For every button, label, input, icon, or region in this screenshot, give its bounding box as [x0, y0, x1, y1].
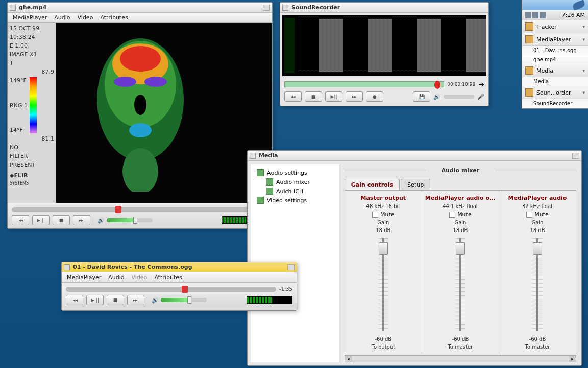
tree-node-audio-settings[interactable]: Audio settings [255, 168, 335, 177]
tab-gain-controls[interactable]: Gain controls [345, 179, 400, 190]
titlebar[interactable]: ghe.mp4 [8, 3, 272, 13]
menu-video: Video [132, 274, 148, 281]
stop-button[interactable]: ■ [53, 215, 70, 225]
titlebar[interactable]: Media [248, 151, 581, 161]
deskbar-app-soundrecorder[interactable]: Soun...order▾ [522, 86, 588, 99]
rewind-button[interactable]: ◂◂ [284, 91, 302, 102]
expand-icon: ▾ [582, 90, 585, 95]
next-button[interactable]: ▸▸| [73, 215, 90, 225]
play-pause-button[interactable]: ▶ || [86, 295, 104, 305]
volume-slider[interactable] [161, 298, 207, 302]
mute-checkbox[interactable] [526, 212, 532, 218]
speaker-icon: 🔊 [433, 94, 440, 100]
svg-point-7 [129, 123, 152, 137]
thermal-face-image [82, 33, 199, 192]
speaker-icon[interactable]: 🔊 [152, 297, 159, 304]
stop-button[interactable]: ■ [305, 91, 322, 102]
gain-slider[interactable] [532, 238, 543, 331]
mute-checkbox[interactable] [372, 212, 378, 218]
titlebar[interactable]: SoundRecorder [280, 3, 488, 13]
menu-audio[interactable]: Audio [54, 14, 70, 21]
record-button[interactable]: ● [366, 91, 383, 102]
app-label: Soun...order [536, 89, 571, 96]
horizontal-scrollbar[interactable]: ◂ ▸ [345, 355, 576, 362]
channel-dest: To master [448, 344, 473, 350]
window-title: ghe.mp4 [19, 4, 46, 11]
overlay-date: 15 OCT 99 [10, 25, 54, 32]
overlay-val: 81.1 [10, 135, 54, 142]
zoom-button[interactable] [572, 153, 579, 159]
app-label: MediaPlayer [536, 36, 571, 43]
menu-video[interactable]: Video [78, 14, 93, 21]
channel-mediaplayer-audio: MediaPlayer audio 32 kHz float Mute Gain… [499, 191, 576, 354]
tree-node-audio-mixer[interactable]: Audio mixer [255, 177, 335, 187]
seek-bar[interactable]: -1:35 [66, 286, 292, 292]
deskbar-tray: 7:26 AM [522, 10, 588, 20]
overlay-brand: ◆FLIR [10, 172, 54, 179]
menu-audio[interactable]: Audio [108, 274, 124, 281]
prev-button[interactable]: |◂◂ [66, 295, 83, 305]
close-button[interactable] [250, 153, 256, 159]
deskbar-app-tracker[interactable]: Tracker▾ [522, 20, 588, 33]
loop-arrow-icon[interactable]: ➔ [478, 80, 484, 88]
prev-button[interactable]: |◂◂ [12, 215, 29, 225]
volume-slider[interactable] [444, 95, 474, 99]
mute-checkbox[interactable] [449, 212, 455, 218]
clock[interactable]: 7:26 AM [562, 12, 585, 18]
gain-min: -60 dB [375, 336, 391, 342]
tray-icon[interactable] [532, 12, 538, 18]
titlebar[interactable]: 01 - David Rovics - The Commons.ogg [62, 262, 297, 272]
gain-min: -60 dB [529, 336, 546, 342]
close-button[interactable] [10, 5, 16, 11]
scroll-right-icon[interactable]: ▸ [569, 356, 576, 362]
menubar: MediaPlayer Audio Video Attributes [62, 272, 297, 283]
device-icon [266, 188, 273, 195]
menu-attributes[interactable]: Attributes [100, 14, 128, 21]
play-pause-button[interactable]: ▶ || [32, 215, 50, 225]
menubar: MediaPlayer Audio Video Attributes [8, 13, 272, 23]
deskbar-leaf-menu[interactable] [522, 0, 588, 10]
stop-button[interactable]: ■ [107, 295, 124, 305]
deskbar-window-item[interactable]: Media [522, 77, 588, 86]
next-button[interactable]: ▸▸| [127, 295, 144, 305]
overlay-brand: SYSTEMS [10, 181, 54, 186]
volume-slider[interactable] [107, 218, 153, 222]
close-button[interactable] [64, 264, 70, 270]
zoom-button[interactable] [287, 264, 295, 270]
channel-name: MediaPlayer audio [502, 195, 573, 201]
video-area: 15 OCT 99 10:38:24 E 1.00 IMAGE X1 T 87.… [8, 23, 272, 203]
position-slider[interactable] [284, 81, 444, 87]
deskbar-window-item[interactable]: ghe.mp4 [522, 55, 588, 64]
deskbar-window-item[interactable]: SoundRecorder [522, 99, 588, 108]
deskbar-app-media[interactable]: Media▾ [522, 64, 588, 77]
zoom-button[interactable] [263, 5, 270, 11]
speaker-icon[interactable]: 🔊 [97, 217, 105, 224]
gain-slider[interactable] [378, 238, 388, 331]
waveform-display [282, 15, 486, 76]
scroll-left-icon[interactable]: ◂ [345, 356, 352, 362]
forward-button[interactable]: ▸▸ [346, 91, 363, 102]
gain-slider[interactable] [455, 238, 465, 331]
save-button[interactable]: 💾 [413, 91, 430, 102]
seek-bar[interactable]: -1: [12, 206, 268, 212]
gain-label: Gain [454, 220, 466, 225]
time-remaining: -1:35 [279, 286, 292, 292]
tree-node-video-settings[interactable]: Video settings [255, 196, 335, 205]
deskbar-window-item[interactable]: 01 - Dav...ns.ogg [522, 46, 588, 55]
tray-icon[interactable] [540, 12, 546, 18]
overlay-e: E 1.00 [10, 42, 54, 49]
mute-label: Mute [380, 211, 395, 218]
close-button[interactable] [282, 5, 288, 11]
channel-info: 44.1 kHz float [443, 203, 478, 209]
menu-mediaplayer[interactable]: MediaPlayer [67, 274, 101, 281]
tray-icon[interactable] [525, 12, 531, 18]
tree-node-auich[interactable]: Auich ICH [255, 187, 335, 196]
play-pause-button[interactable]: ▶|| [325, 91, 342, 102]
deskbar-app-mediaplayer[interactable]: MediaPlayer▾ [522, 33, 588, 46]
level-meter [247, 296, 292, 304]
menu-mediaplayer[interactable]: MediaPlayer [13, 14, 47, 21]
tab-setup[interactable]: Setup [401, 179, 430, 190]
menu-attributes[interactable]: Attributes [154, 274, 182, 281]
app-label: Media [536, 67, 553, 74]
mic-input-icon[interactable]: 🎤 [477, 94, 484, 100]
